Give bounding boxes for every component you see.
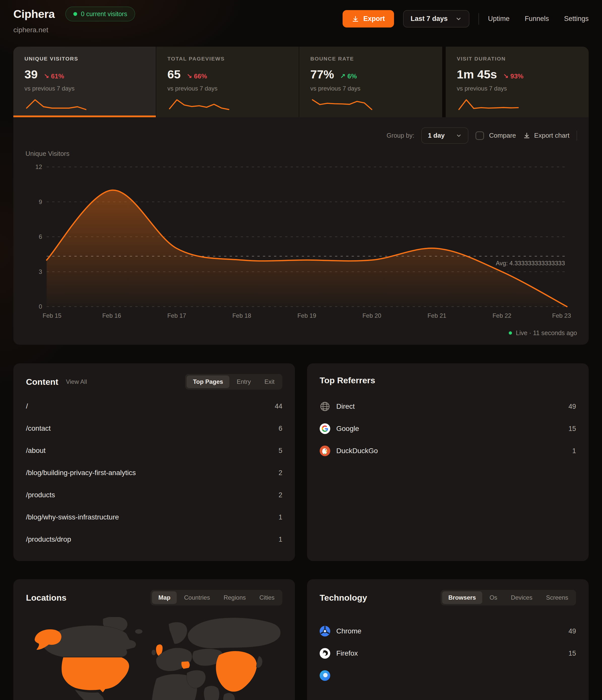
page-row[interactable]: /contact6 (26, 417, 282, 440)
row-label: Google (336, 425, 359, 433)
export-chart-button[interactable]: Export chart (523, 132, 570, 140)
row-value: 5 (279, 447, 282, 455)
live-visitors-badge[interactable]: 0 current visitors (65, 6, 135, 21)
svg-text:Feb 17: Feb 17 (167, 312, 186, 319)
svg-text:Feb 21: Feb 21 (428, 312, 447, 319)
green-dot-icon (73, 12, 77, 16)
chevron-down-icon (455, 16, 462, 22)
stat-delta: ↘ 61% (44, 72, 64, 80)
browser-row[interactable]: Firefox15 (320, 642, 576, 665)
nav-funnels[interactable]: Funnels (525, 15, 549, 23)
tab-screens[interactable]: Screens (540, 591, 575, 604)
visitors-chart[interactable]: Unique Visitors036912Avg: 4.333333333333… (25, 150, 577, 327)
firefox-icon (320, 648, 330, 659)
tab-exit[interactable]: Exit (258, 375, 281, 388)
stat-label: VISIT DURATION (457, 56, 578, 62)
map-russia (188, 618, 281, 648)
tab-devices[interactable]: Devices (505, 591, 539, 604)
page-row[interactable]: /products/drop1 (26, 528, 282, 550)
sparkline-chart (457, 98, 520, 111)
svg-text:Feb 23: Feb 23 (552, 312, 571, 319)
compare-checkbox[interactable] (475, 131, 484, 140)
svg-text:12: 12 (35, 164, 42, 170)
referrer-row[interactable]: DuckDuckGo1 (320, 440, 576, 462)
export-chart-label: Export chart (534, 132, 570, 140)
map-mexico (75, 690, 104, 700)
browser-row[interactable] (320, 665, 576, 686)
browser-row[interactable]: Chrome49 (320, 620, 576, 642)
stat-value: 65 (167, 67, 180, 81)
tab-top-pages[interactable]: Top Pages (186, 375, 229, 388)
partial-browser-icon (320, 670, 330, 681)
stat-compare-label: vs previous 7 days (310, 85, 431, 92)
tab-map[interactable]: Map (152, 591, 177, 604)
live-status: Live · 11 seconds ago (25, 329, 577, 345)
group-by-select[interactable]: 1 day (421, 127, 468, 144)
brand-block: Ciphera 0 current visitors ciphera.net (14, 6, 135, 34)
area-chart: Unique Visitors036912Avg: 4.333333333333… (25, 150, 577, 327)
map-japan (256, 656, 262, 668)
row-label: Chrome (336, 627, 361, 635)
page-row[interactable]: /about5 (26, 440, 282, 462)
world-map[interactable] (26, 617, 282, 700)
map-india (204, 686, 219, 700)
download-icon (523, 132, 530, 139)
map-country-china[interactable] (216, 651, 257, 692)
map-middle-east (187, 670, 206, 688)
technology-title: Technology (320, 593, 367, 603)
dashboard-page: Ciphera 0 current visitors ciphera.net E… (0, 0, 602, 700)
svg-text:Feb 16: Feb 16 (102, 312, 121, 319)
map-southeast-asia (223, 693, 235, 700)
svg-text:Feb 18: Feb 18 (232, 312, 251, 319)
stats-divider-gap (442, 47, 446, 117)
view-all-link[interactable]: View All (66, 378, 87, 385)
nav-settings[interactable]: Settings (564, 15, 588, 23)
tab-entry[interactable]: Entry (230, 375, 257, 388)
referrer-row[interactable]: Direct49 (320, 395, 576, 418)
header-divider (478, 13, 479, 25)
google-icon (320, 423, 330, 434)
row-value: 15 (569, 650, 576, 657)
stat-total-pageviews[interactable]: TOTAL PAGEVIEWS 65 ↘ 66% vs previous 7 d… (156, 47, 299, 117)
row-value: 2 (279, 469, 282, 477)
tab-regions[interactable]: Regions (217, 591, 252, 604)
controls-divider (577, 131, 577, 141)
sparkline-chart (167, 98, 231, 111)
map-country-united-states[interactable] (61, 657, 129, 693)
row-value: 15 (569, 425, 576, 433)
row-value: 1 (572, 447, 576, 455)
row-value: 44 (275, 402, 282, 410)
content-rows: /44/contact6/about5/blog/building-privac… (26, 395, 282, 550)
stat-unique-visitors[interactable]: UNIQUE VISITORS 39 ↘ 61% vs previous 7 d… (14, 47, 156, 117)
stat-bounce-rate[interactable]: BOUNCE RATE 77% ↗ 6% vs previous 7 days (299, 47, 442, 117)
row-value: 2 (279, 491, 282, 499)
page-row[interactable]: /blog/building-privacy-first-analytics2 (26, 462, 282, 484)
referrer-row[interactable]: Google15 (320, 418, 576, 440)
export-button[interactable]: Export (343, 10, 394, 27)
technology-tabs: BrowsersOsDevicesScreens (441, 590, 576, 605)
tab-cities[interactable]: Cities (253, 591, 281, 604)
date-range-select[interactable]: Last 7 days (403, 10, 469, 27)
referrers-title: Top Referrers (320, 375, 375, 385)
row-label: / (26, 402, 28, 410)
top-nav: Uptime Funnels Settings (488, 15, 588, 23)
export-button-label: Export (363, 15, 385, 23)
tab-os[interactable]: Os (483, 591, 504, 604)
stat-visit-duration[interactable]: VISIT DURATION 1m 45s ↘ 93% vs previous … (446, 47, 588, 117)
svg-text:6: 6 (39, 233, 42, 240)
page-row[interactable]: /blog/why-swiss-infrastructure1 (26, 506, 282, 528)
brand-title: Ciphera (14, 7, 55, 21)
bottom-grid: Locations MapCountriesRegionsCities (14, 579, 588, 700)
map-scandinavia (169, 622, 187, 644)
tab-countries[interactable]: Countries (178, 591, 216, 604)
tab-browsers[interactable]: Browsers (442, 591, 482, 604)
page-row[interactable]: /44 (26, 395, 282, 417)
page-row[interactable]: /products2 (26, 484, 282, 506)
svg-text:3: 3 (39, 268, 42, 275)
map-country-romania[interactable] (181, 661, 190, 669)
sparkline-chart (310, 98, 374, 111)
nav-uptime[interactable]: Uptime (488, 15, 510, 23)
world-map-svg (26, 617, 282, 700)
locations-panel: Locations MapCountriesRegionsCities (14, 579, 295, 700)
row-label: /products (26, 491, 55, 499)
